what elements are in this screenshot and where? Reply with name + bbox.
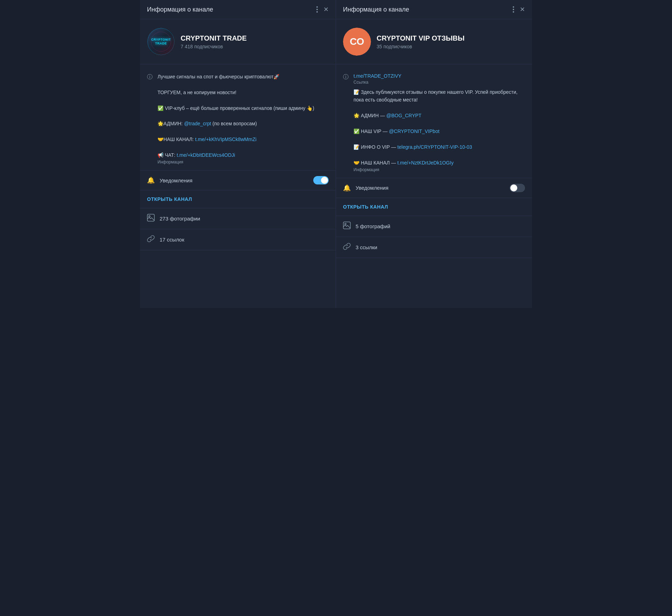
media-rows-2: 5 фотографий 3 ссылки bbox=[336, 216, 532, 258]
desc-info-content: Лучшие сигналы на спот и фьючерсы крипто… bbox=[158, 73, 329, 164]
notif-left-1: 🔔 Уведомления bbox=[147, 176, 192, 184]
panel-1-title: Информация о канале bbox=[147, 6, 213, 13]
avatar-image: CRYPTONITTRADE bbox=[147, 28, 175, 56]
photos-label-1: 273 фотографии bbox=[160, 216, 200, 222]
close-icon[interactable]: ✕ bbox=[323, 6, 329, 13]
info-link[interactable]: telegra.ph/CRYPTONIT-VIP-10-03 bbox=[397, 144, 472, 150]
channel-2-name-block: CRYPTONIT VIP ОТЗЫВЫ 35 подписчиков bbox=[377, 34, 464, 49]
more-options-icon[interactable] bbox=[316, 6, 318, 13]
panel-2-header-icons: ✕ bbox=[513, 6, 525, 13]
channel-2-description: ⓘ t.me/TRADE_OTZIVY Ссылка 📝 Здесь публи… bbox=[336, 64, 532, 178]
svg-point-5 bbox=[345, 223, 346, 225]
links-row-2[interactable]: 3 ссылки bbox=[336, 237, 532, 258]
channel-link[interactable]: t.me/+kKhVIpMSCk8wMmZi bbox=[195, 136, 256, 142]
admin-link[interactable]: @trade_crpt bbox=[184, 121, 211, 126]
info-circle-icon-2: ⓘ bbox=[343, 74, 349, 81]
links-label-2: 3 ссылки bbox=[356, 244, 377, 250]
bell-icon-2: 🔔 bbox=[343, 184, 351, 192]
panel-1-header: Информация о канале ✕ bbox=[140, 0, 336, 19]
svg-point-1 bbox=[151, 32, 171, 51]
notif-left-2: 🔔 Уведомления bbox=[343, 184, 388, 192]
notifications-toggle-1[interactable] bbox=[313, 176, 329, 184]
info-label: Информация bbox=[158, 160, 329, 164]
channel-1-avatar: CRYPTONITTRADE bbox=[147, 28, 175, 56]
channel-1-name-block: CRYPTONIT TRADE 7 418 подписчиков bbox=[181, 34, 247, 49]
desc-link-content: t.me/TRADE_OTZIVY Ссылка 📝 Здесь публику… bbox=[354, 73, 525, 172]
svg-point-0 bbox=[148, 28, 174, 55]
channel-1-description: ⓘ Лучшие сигналы на спот и фьючерсы крип… bbox=[140, 64, 336, 170]
desc-info-row: ⓘ Лучшие сигналы на спот и фьючерсы крип… bbox=[147, 70, 329, 167]
info-label-2: Информация bbox=[354, 167, 525, 172]
channel-2-link[interactable]: t.me/TRADE_OTZIVY bbox=[354, 73, 401, 79]
notifications-row-2: 🔔 Уведомления bbox=[336, 178, 532, 198]
channel-2-subscribers: 35 подписчиков bbox=[377, 44, 464, 49]
channel-1-subscribers: 7 418 подписчиков bbox=[181, 44, 247, 49]
notif-label-1: Уведомления bbox=[160, 177, 192, 183]
links-label-1: 17 ссылок bbox=[160, 237, 184, 243]
more-options-icon-2[interactable] bbox=[513, 6, 514, 13]
photos-label-2: 5 фотографий bbox=[356, 223, 390, 229]
open-channel-row-1: ОТКРЫТЬ КАНАЛ bbox=[140, 190, 336, 208]
media-rows-1: 273 фотографии 17 ссылок bbox=[140, 208, 336, 250]
avatar-orange: СО bbox=[343, 28, 371, 56]
channel-link-2[interactable]: t.me/+NztKDrtJeDk1OGIy bbox=[397, 160, 454, 166]
channel-1-name: CRYPTONIT TRADE bbox=[181, 34, 247, 42]
links-icon-2 bbox=[343, 243, 351, 252]
photos-icon-2 bbox=[343, 222, 351, 231]
notifications-toggle-2[interactable] bbox=[510, 184, 525, 192]
vip-link[interactable]: @CRYPTONIT_VIPbot bbox=[389, 128, 439, 134]
chat-link[interactable]: t.me/+kDbItDEEWcs4ODJi bbox=[177, 152, 235, 158]
channel-2-name: CRYPTONIT VIP ОТЗЫВЫ bbox=[377, 34, 464, 42]
desc-main-text: Лучшие сигналы на спот и фьючерсы крипто… bbox=[158, 73, 329, 159]
info-circle-icon: ⓘ bbox=[147, 74, 153, 81]
panel-2: Информация о канале ✕ СО CRYPTONIT VIP О… bbox=[336, 0, 532, 308]
panel-2-title: Информация о канале bbox=[343, 6, 409, 13]
link-label: Ссылка bbox=[354, 80, 525, 85]
panel-2-header: Информация о канале ✕ bbox=[336, 0, 532, 19]
channel-2-info: СО CRYPTONIT VIP ОТЗЫВЫ 35 подписчиков bbox=[336, 19, 532, 64]
panel-1-header-icons: ✕ bbox=[316, 6, 329, 13]
notifications-row-1: 🔔 Уведомления bbox=[140, 170, 336, 190]
toggle-thumb-1 bbox=[321, 177, 328, 184]
toggle-thumb-2 bbox=[510, 184, 517, 191]
channel-1-info: CRYPTONITTRADE CRYPTONIT TRADE 7 418 под… bbox=[140, 19, 336, 64]
desc-link-row: ⓘ t.me/TRADE_OTZIVY Ссылка 📝 Здесь публи… bbox=[343, 70, 525, 175]
open-channel-row-2: ОТКРЫТЬ КАНАЛ bbox=[336, 198, 532, 216]
links-icon bbox=[147, 235, 155, 244]
desc-info-text-2: 📝 Здесь публикуются отзывы о покупке наш… bbox=[354, 88, 525, 167]
channel-2-avatar: СО bbox=[343, 28, 371, 56]
bell-icon: 🔔 bbox=[147, 176, 155, 184]
photos-icon bbox=[147, 214, 155, 223]
admin-link-2[interactable]: @BOG_CRYPT bbox=[386, 113, 421, 118]
panel-1: Информация о канале ✕ CRYPTONITTRADE bbox=[140, 0, 336, 308]
links-row-1[interactable]: 17 ссылок bbox=[140, 229, 336, 250]
open-channel-btn-2[interactable]: ОТКРЫТЬ КАНАЛ bbox=[343, 204, 388, 210]
photos-row-1[interactable]: 273 фотографии bbox=[140, 208, 336, 229]
open-channel-btn-1[interactable]: ОТКРЫТЬ КАНАЛ bbox=[147, 196, 192, 202]
notif-label-2: Уведомления bbox=[356, 185, 388, 191]
close-icon-2[interactable]: ✕ bbox=[520, 6, 525, 13]
svg-point-3 bbox=[149, 216, 150, 217]
photos-row-2[interactable]: 5 фотографий bbox=[336, 216, 532, 237]
